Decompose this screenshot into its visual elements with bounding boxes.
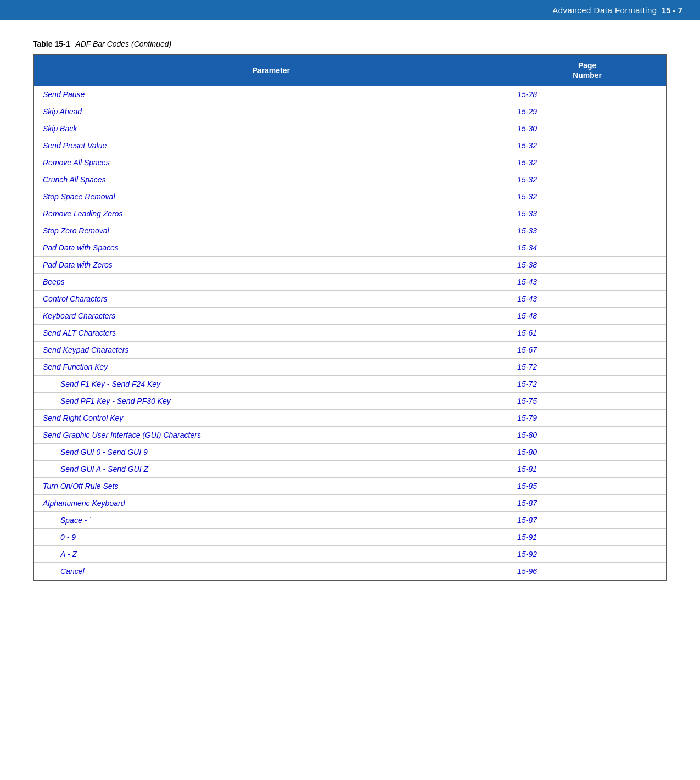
header-page: 15 - 7 <box>662 5 682 15</box>
table-row: Stop Space Removal15-32 <box>33 188 667 205</box>
cell-param: Send Graphic User Interface (GUI) Charac… <box>33 427 508 444</box>
cell-param: Space - ` <box>33 512 508 529</box>
table-row: A - Z15-92 <box>33 546 667 563</box>
header-title: Advanced Data Formatting <box>552 5 657 15</box>
cell-page: 15-30 <box>508 120 667 137</box>
table-row: Send GUI A - Send GUI Z15-81 <box>33 461 667 478</box>
table-row: Send Pause15-28 <box>33 86 667 103</box>
cell-page: 15-91 <box>508 529 667 546</box>
col-header-param: Parameter <box>33 54 508 86</box>
cell-param: Pad Data with Zeros <box>33 257 508 274</box>
cell-param: Skip Ahead <box>33 103 508 120</box>
table-row: Send Preset Value15-32 <box>33 137 667 154</box>
cell-page: 15-32 <box>508 188 667 205</box>
cell-param: 0 - 9 <box>33 529 508 546</box>
table-label: Table 15-1 <box>33 40 70 48</box>
table-row: Control Characters15-43 <box>33 291 667 308</box>
table-row: Send ALT Characters15-61 <box>33 325 667 342</box>
table-row: Send Graphic User Interface (GUI) Charac… <box>33 427 667 444</box>
cell-page: 15-80 <box>508 427 667 444</box>
table-row: Pad Data with Zeros15-38 <box>33 257 667 274</box>
table-row: Skip Back15-30 <box>33 120 667 137</box>
cell-page: 15-61 <box>508 325 667 342</box>
cell-param: Control Characters <box>33 291 508 308</box>
table-row: 0 - 915-91 <box>33 529 667 546</box>
cell-param: Send PF1 Key - Send PF30 Key <box>33 393 508 410</box>
col-header-page: PageNumber <box>508 54 667 86</box>
cell-param: Pad Data with Spaces <box>33 239 508 257</box>
cell-param: Send GUI 0 - Send GUI 9 <box>33 444 508 461</box>
cell-param: Stop Zero Removal <box>33 222 508 239</box>
cell-page: 15-96 <box>508 563 667 581</box>
cell-page: 15-28 <box>508 86 667 103</box>
cell-page: 15-75 <box>508 393 667 410</box>
cell-param: Crunch All Spaces <box>33 171 508 188</box>
table-row: Send Keypad Characters15-67 <box>33 342 667 359</box>
cell-param: Send Pause <box>33 86 508 103</box>
table-row: Pad Data with Spaces15-34 <box>33 239 667 257</box>
cell-page: 15-43 <box>508 274 667 291</box>
cell-param: Send Keypad Characters <box>33 342 508 359</box>
table-row: Send GUI 0 - Send GUI 915-80 <box>33 444 667 461</box>
cell-page: 15-32 <box>508 137 667 154</box>
cell-param: Send GUI A - Send GUI Z <box>33 461 508 478</box>
cell-page: 15-85 <box>508 478 667 495</box>
cell-page: 15-48 <box>508 308 667 325</box>
cell-param: Remove All Spaces <box>33 154 508 171</box>
cell-param: Cancel <box>33 563 508 581</box>
data-table: Parameter PageNumber Send Pause15-28Skip… <box>33 54 667 581</box>
cell-page: 15-43 <box>508 291 667 308</box>
table-row: Crunch All Spaces15-32 <box>33 171 667 188</box>
table-row: Send Right Control Key15-79 <box>33 410 667 427</box>
cell-page: 15-67 <box>508 342 667 359</box>
table-row: Send Function Key15-72 <box>33 359 667 376</box>
cell-param: Send Preset Value <box>33 137 508 154</box>
cell-page: 15-38 <box>508 257 667 274</box>
cell-page: 15-92 <box>508 546 667 563</box>
cell-param: Send F1 Key - Send F24 Key <box>33 376 508 393</box>
cell-page: 15-81 <box>508 461 667 478</box>
table-row: Remove Leading Zeros15-33 <box>33 205 667 222</box>
table-row: Alphanumeric Keyboard15-87 <box>33 495 667 512</box>
cell-param: A - Z <box>33 546 508 563</box>
cell-page: 15-72 <box>508 376 667 393</box>
cell-page: 15-87 <box>508 495 667 512</box>
cell-param: Beeps <box>33 274 508 291</box>
table-row: Remove All Spaces15-32 <box>33 154 667 171</box>
table-header-row: Parameter PageNumber <box>33 54 667 86</box>
cell-page: 15-32 <box>508 154 667 171</box>
table-row: Cancel15-96 <box>33 563 667 581</box>
table-row: Space - `15-87 <box>33 512 667 529</box>
table-caption: Table 15-1 ADF Bar Codes (Continued) <box>33 40 667 48</box>
cell-page: 15-29 <box>508 103 667 120</box>
table-row: Keyboard Characters15-48 <box>33 308 667 325</box>
cell-page: 15-72 <box>508 359 667 376</box>
cell-page: 15-79 <box>508 410 667 427</box>
cell-page: 15-33 <box>508 222 667 239</box>
cell-param: Send Right Control Key <box>33 410 508 427</box>
cell-page: 15-33 <box>508 205 667 222</box>
table-row: Skip Ahead15-29 <box>33 103 667 120</box>
table-row: Turn On/Off Rule Sets15-85 <box>33 478 667 495</box>
cell-param: Send ALT Characters <box>33 325 508 342</box>
cell-page: 15-34 <box>508 239 667 257</box>
cell-param: Skip Back <box>33 120 508 137</box>
table-row: Send PF1 Key - Send PF30 Key15-75 <box>33 393 667 410</box>
cell-page: 15-87 <box>508 512 667 529</box>
cell-page: 15-80 <box>508 444 667 461</box>
cell-param: Keyboard Characters <box>33 308 508 325</box>
cell-param: Alphanumeric Keyboard <box>33 495 508 512</box>
main-content: Table 15-1 ADF Bar Codes (Continued) Par… <box>0 20 700 603</box>
table-row: Stop Zero Removal15-33 <box>33 222 667 239</box>
cell-param: Turn On/Off Rule Sets <box>33 478 508 495</box>
header-bar: Advanced Data Formatting 15 - 7 <box>0 0 700 20</box>
cell-param: Stop Space Removal <box>33 188 508 205</box>
cell-param: Send Function Key <box>33 359 508 376</box>
cell-param: Remove Leading Zeros <box>33 205 508 222</box>
table-row: Send F1 Key - Send F24 Key15-72 <box>33 376 667 393</box>
table-title: ADF Bar Codes (Continued) <box>75 40 171 48</box>
cell-page: 15-32 <box>508 171 667 188</box>
table-row: Beeps15-43 <box>33 274 667 291</box>
